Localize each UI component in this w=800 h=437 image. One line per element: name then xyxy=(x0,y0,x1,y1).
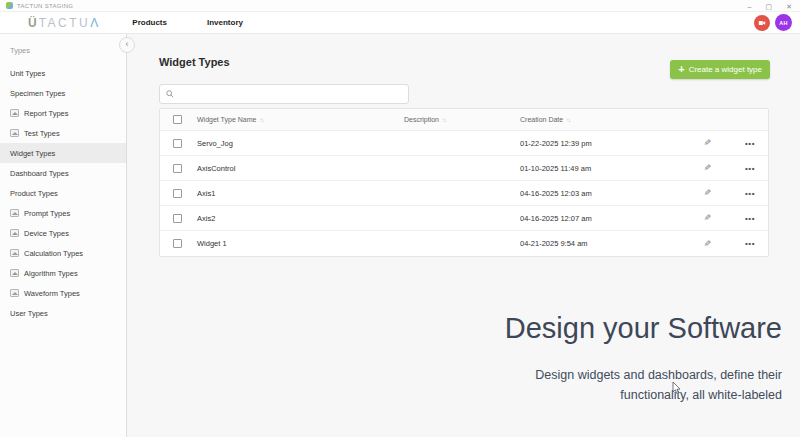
sidebar-item-user-types[interactable]: User Types xyxy=(0,303,126,323)
edit-icon[interactable]: ✎ xyxy=(685,213,730,223)
table-row[interactable]: Widget 1 04-21-2025 9:54 am ✎ ••• xyxy=(160,231,768,256)
broken-image-icon xyxy=(10,289,19,297)
row-checkbox[interactable] xyxy=(173,189,182,198)
sidebar-item-report-types[interactable]: Report Types xyxy=(0,103,126,123)
row-checkbox[interactable] xyxy=(173,239,182,248)
edit-icon[interactable]: ✎ xyxy=(685,239,730,249)
sidebar-item-label: Report Types xyxy=(24,109,68,118)
hero-title: Design your Software xyxy=(505,312,782,345)
table-header-row: Widget Type Name↑↓ Description↑↓ Creatio… xyxy=(160,109,768,131)
nav-item-products[interactable]: Products xyxy=(132,18,167,27)
sidebar: ‹ Types Unit Types Specimen Types Report… xyxy=(0,34,127,437)
minimize-icon[interactable]: – xyxy=(748,3,752,10)
column-header-creation-date[interactable]: Creation Date↑↓ xyxy=(505,116,685,123)
sidebar-header: Types xyxy=(0,42,126,63)
creation-date: 04-16-2025 12:07 am xyxy=(505,214,685,223)
broken-image-icon xyxy=(10,249,19,257)
header-label: Creation Date xyxy=(520,116,563,123)
sidebar-item-label: Device Types xyxy=(24,229,69,238)
sidebar-item-test-types[interactable]: Test Types xyxy=(0,123,126,143)
avatar[interactable]: AH xyxy=(775,14,792,31)
logo-text-accent: Λ xyxy=(90,16,98,30)
sidebar-item-label: User Types xyxy=(10,309,48,318)
window-controls: – ▢ ✕ xyxy=(748,0,792,12)
sidebar-item-device-types[interactable]: Device Types xyxy=(0,223,126,243)
widget-type-name: Axis2 xyxy=(195,214,345,223)
titlebar: TACTUN STAGING – ▢ ✕ xyxy=(0,0,800,12)
sidebar-item-waveform-types[interactable]: Waveform Types xyxy=(0,283,126,303)
sidebar-item-product-types[interactable]: Product Types xyxy=(0,183,126,203)
tactun-logo[interactable]: Ü TACTU Λ xyxy=(28,16,98,30)
broken-image-icon xyxy=(10,269,19,277)
edit-icon[interactable]: ✎ xyxy=(685,188,730,198)
table-row[interactable]: Axis2 04-16-2025 12:07 am ✎ ••• xyxy=(160,206,768,231)
nav-item-inventory[interactable]: Inventory xyxy=(207,18,243,27)
search-box[interactable] xyxy=(159,84,409,104)
sidebar-item-label: Calculation Types xyxy=(24,249,83,258)
widget-type-name: Axis1 xyxy=(195,189,345,198)
maximize-icon[interactable]: ▢ xyxy=(766,3,773,10)
plus-icon: + xyxy=(678,64,684,75)
header-label: Description xyxy=(404,116,439,123)
sidebar-item-widget-types[interactable]: Widget Types xyxy=(0,143,126,163)
row-checkbox[interactable] xyxy=(173,214,182,223)
widget-type-name: Servo_Jog xyxy=(195,139,345,148)
sidebar-item-specimen-types[interactable]: Specimen Types xyxy=(0,83,126,103)
close-icon[interactable]: ✕ xyxy=(786,3,792,10)
sidebar-item-label: Test Types xyxy=(24,129,60,138)
hero-section: Design your Software Design widgets and … xyxy=(505,312,782,405)
more-options-icon[interactable]: ••• xyxy=(730,214,770,223)
header-label: Widget Type Name xyxy=(197,116,256,123)
search-icon xyxy=(166,90,174,98)
top-navbar: Ü TACTU Λ Products Inventory AH xyxy=(0,12,800,34)
table-row[interactable]: AxisControl 01-10-2025 11:49 am ✎ ••• xyxy=(160,156,768,181)
sort-icon[interactable]: ↑↓ xyxy=(566,117,570,123)
record-icon[interactable] xyxy=(754,15,770,31)
edit-icon[interactable]: ✎ xyxy=(685,138,730,148)
hero-subtitle-line1: Design widgets and dashboards, define th… xyxy=(505,365,782,385)
row-checkbox[interactable] xyxy=(173,139,182,148)
logo-text: TACTU xyxy=(39,16,91,30)
more-options-icon[interactable]: ••• xyxy=(730,139,770,148)
mouse-cursor xyxy=(672,382,681,395)
create-widget-type-button[interactable]: + Create a widget type xyxy=(670,60,770,79)
sidebar-item-algorithm-types[interactable]: Algorithm Types xyxy=(0,263,126,283)
widget-types-table: Widget Type Name↑↓ Description↑↓ Creatio… xyxy=(159,108,769,257)
sidebar-item-unit-types[interactable]: Unit Types xyxy=(0,63,126,83)
sidebar-item-label: Specimen Types xyxy=(10,89,65,98)
edit-icon[interactable]: ✎ xyxy=(685,163,730,173)
hero-subtitle-line2: functionality, all white-labeled xyxy=(505,385,782,405)
sidebar-item-label: Prompt Types xyxy=(24,209,70,218)
sidebar-item-dashboard-types[interactable]: Dashboard Types xyxy=(0,163,126,183)
broken-image-icon xyxy=(10,209,19,217)
more-options-icon[interactable]: ••• xyxy=(730,189,770,198)
sidebar-collapse-button[interactable]: ‹ xyxy=(119,37,135,53)
widget-type-name: Widget 1 xyxy=(195,239,345,248)
sidebar-item-prompt-types[interactable]: Prompt Types xyxy=(0,203,126,223)
sidebar-item-calculation-types[interactable]: Calculation Types xyxy=(0,243,126,263)
column-header-name[interactable]: Widget Type Name↑↓ xyxy=(195,116,345,123)
sidebar-item-label: Algorithm Types xyxy=(24,269,78,278)
sidebar-item-label: Dashboard Types xyxy=(10,169,69,178)
sidebar-item-label: Widget Types xyxy=(10,149,55,158)
app-icon xyxy=(6,2,13,9)
table-row[interactable]: Servo_Jog 01-22-2025 12:39 pm ✎ ••• xyxy=(160,131,768,156)
broken-image-icon xyxy=(10,129,19,137)
creation-date: 04-16-2025 12:03 am xyxy=(505,189,685,198)
column-header-description[interactable]: Description↑↓ xyxy=(345,116,505,123)
search-input[interactable] xyxy=(178,90,402,99)
creation-date: 01-10-2025 11:49 am xyxy=(505,164,685,173)
app-body: ‹ Types Unit Types Specimen Types Report… xyxy=(0,34,800,437)
select-all-checkbox[interactable] xyxy=(173,115,182,124)
creation-date: 04-21-2025 9:54 am xyxy=(505,239,685,248)
more-options-icon[interactable]: ••• xyxy=(730,164,770,173)
navbar-right: AH xyxy=(754,14,792,31)
row-checkbox[interactable] xyxy=(173,164,182,173)
sidebar-item-label: Unit Types xyxy=(10,69,45,78)
sidebar-item-label: Product Types xyxy=(10,189,58,198)
table-row[interactable]: Axis1 04-16-2025 12:03 am ✎ ••• xyxy=(160,181,768,206)
more-options-icon[interactable]: ••• xyxy=(730,239,770,248)
creation-date: 01-22-2025 12:39 pm xyxy=(505,139,685,148)
sort-icon[interactable]: ↑↓ xyxy=(259,117,263,123)
sort-icon[interactable]: ↑↓ xyxy=(442,117,446,123)
